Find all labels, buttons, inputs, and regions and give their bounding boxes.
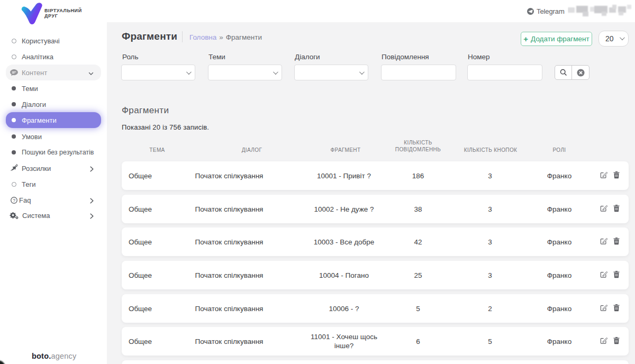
svg-text:?: ? [13,197,15,203]
